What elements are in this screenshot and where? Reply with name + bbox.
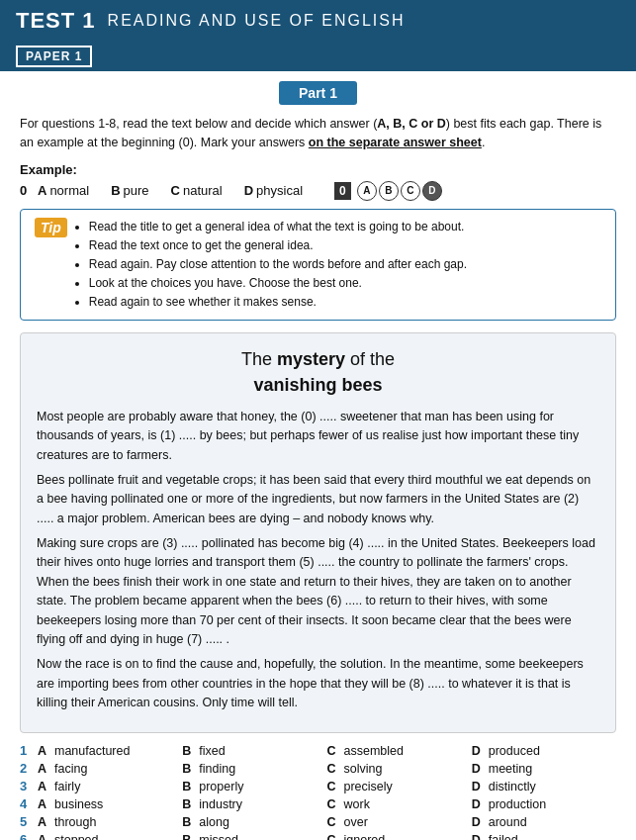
circle-A: A [357, 181, 377, 201]
article-box: The mystery of thevanishing bees Most pe… [20, 332, 616, 733]
table-row: 3 Afairly Bproperly Cprecisely Ddistinct… [20, 779, 616, 793]
answer-choices: 1 Amanufactured Bfixed Cassembled Dprodu… [20, 743, 616, 840]
tip-box: Tip Read the title to get a general idea… [20, 209, 616, 322]
circle-D-filled: D [422, 181, 442, 201]
table-row: 6 Astopped Bmissed Cignored Dfailed [20, 832, 616, 840]
example-section: Example: 0 Anormal Bpure Cnatural Dphysi… [20, 162, 616, 201]
header-subtitle: READING AND USE OF ENGLISH [108, 12, 406, 30]
test-label: TEST 1 [16, 8, 96, 34]
tip-item-3: Read again. Pay close attention to the w… [89, 255, 467, 274]
article-body: Most people are probably aware that hone… [37, 408, 599, 713]
answer-box: 0 A B C D [334, 181, 442, 201]
table-row: 4 Abusiness Bindustry Cwork Dproduction [20, 796, 616, 811]
choice-A: Anormal [38, 183, 89, 198]
example-label: Example: [20, 162, 616, 177]
tip-item-1: Read the title to get a general idea of … [89, 218, 467, 236]
paper-bar: PAPER 1 [0, 42, 636, 71]
tip-list: Read the title to get a general idea of … [75, 218, 467, 313]
tip-item-2: Read the text once to get the general id… [89, 236, 467, 255]
page-header: TEST 1 READING AND USE OF ENGLISH [0, 0, 636, 42]
tip-label: Tip [35, 218, 67, 237]
article-para-1: Most people are probably aware that hone… [37, 408, 599, 465]
answer-box-num: 0 [334, 182, 351, 200]
circle-C: C [401, 181, 420, 201]
table-row: 2 Afacing Bfinding Csolving Dmeeting [20, 761, 616, 776]
table-row: 5 Athrough Balong Cover Daround [20, 814, 616, 829]
circle-B: B [379, 181, 399, 201]
tip-item-5: Read again to see whether it makes sense… [89, 293, 467, 312]
main-content: For questions 1-8, read the text below a… [0, 111, 636, 840]
article-title: The mystery of thevanishing bees [37, 347, 599, 397]
choice-D: Dphysical [244, 183, 303, 198]
example-row: 0 Anormal Bpure Cnatural Dphysical 0 A B… [20, 181, 616, 201]
example-num: 0 [20, 183, 34, 198]
tip-item-4: Look at the choices you have. Choose the… [89, 274, 467, 293]
article-para-4: Now the race is on to find the cause and… [37, 655, 599, 712]
instructions: For questions 1-8, read the text below a… [20, 115, 616, 152]
choice-B: Bpure [111, 183, 148, 198]
article-para-2: Bees pollinate fruit and vegetable crops… [37, 471, 599, 528]
article-para-3: Making sure crops are (3) ..... pollinat… [37, 534, 599, 649]
part-badge: Part 1 [279, 81, 357, 105]
table-row: 1 Amanufactured Bfixed Cassembled Dprodu… [20, 743, 616, 758]
paper-label: PAPER 1 [16, 46, 92, 67]
choice-C: Cnatural [171, 183, 223, 198]
tip-content: Read the title to get a general idea of … [75, 218, 467, 313]
part-container: Part 1 [0, 71, 636, 111]
